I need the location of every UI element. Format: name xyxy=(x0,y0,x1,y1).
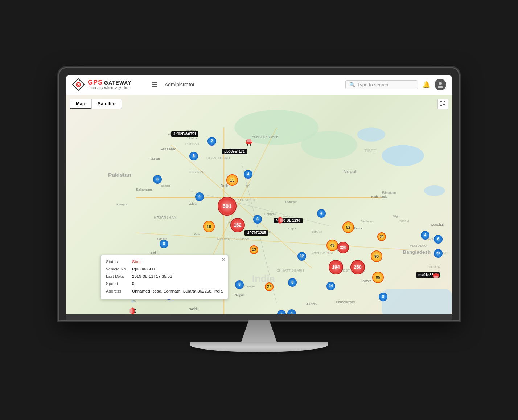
svg-text:Kathmandu: Kathmandu xyxy=(371,195,388,198)
svg-rect-87 xyxy=(280,218,283,222)
cluster-c12[interactable]: 13 xyxy=(250,245,258,254)
svg-text:Pakistan: Pakistan xyxy=(108,171,131,178)
cluster-c26[interactable]: 8 xyxy=(379,293,387,301)
svg-text:Khairpur: Khairpur xyxy=(116,203,127,206)
cluster-c28[interactable]: 27 xyxy=(265,282,274,291)
svg-text:बरेली: बरेली xyxy=(245,184,250,187)
svg-point-82 xyxy=(247,144,248,146)
menu-icon[interactable]: ☰ xyxy=(152,81,157,89)
cluster-c17[interactable]: 329 xyxy=(337,242,349,253)
svg-line-17 xyxy=(136,233,417,250)
status-label: Status xyxy=(106,259,132,265)
svg-text:Bangladesh: Bangladesh xyxy=(403,249,431,255)
car-marker-4[interactable] xyxy=(128,307,139,314)
car-marker-2[interactable] xyxy=(274,216,285,224)
cluster-c14[interactable]: 43 xyxy=(326,240,338,251)
map-tab[interactable]: Map xyxy=(70,99,91,109)
svg-text:Darbhanga: Darbhanga xyxy=(361,220,373,223)
cluster-c8[interactable]: 162 xyxy=(230,218,245,232)
svg-text:Jaunpur: Jaunpur xyxy=(287,227,296,230)
cluster-c18[interactable]: 90 xyxy=(371,250,382,262)
cluster-c6[interactable]: 4 xyxy=(244,170,252,179)
svg-text:Lucknow: Lucknow xyxy=(263,212,276,216)
cluster-c4[interactable]: 4 xyxy=(195,192,204,201)
logo-gps: GPS xyxy=(88,79,103,86)
svg-text:JHARKHAND: JHARKHAND xyxy=(312,250,333,254)
tooltip-close-button[interactable]: × xyxy=(222,257,225,262)
search-box[interactable]: 🔍 Type to search xyxy=(345,80,418,89)
cluster-c21[interactable]: 34 xyxy=(377,232,386,241)
cluster-c36[interactable]: 4 xyxy=(421,231,429,240)
logo-area: 📍 GPS GATEWAY Track Any Where Any Time xyxy=(72,78,152,91)
svg-text:TIBET: TIBET xyxy=(364,148,376,152)
cluster-c35[interactable]: 21 xyxy=(434,249,443,258)
svg-rect-81 xyxy=(247,139,251,142)
cluster-c9[interactable]: 6 xyxy=(253,215,262,224)
vehicle-label: Vehicle No xyxy=(106,266,132,272)
svg-text:ACHAL PRADESH: ACHAL PRADESH xyxy=(252,135,279,139)
svg-text:Bikaner: Bikaner xyxy=(161,184,170,187)
tooltip-vehicle-row: Vehicle No Rj03ua3560 xyxy=(106,266,223,272)
car-marker-1[interactable] xyxy=(245,138,252,148)
svg-text:Guwahati: Guwahati xyxy=(431,223,444,227)
fullscreen-button[interactable] xyxy=(437,99,448,109)
svg-text:HARYANA: HARYANA xyxy=(189,170,206,174)
vehicle-label-lbl2[interactable]: pb08ea4171 xyxy=(222,149,247,154)
svg-rect-84 xyxy=(246,142,247,143)
cluster-c11[interactable]: 10 xyxy=(203,221,215,232)
cluster-c2[interactable]: 5 xyxy=(189,152,198,160)
svg-text:Badin: Badin xyxy=(150,251,158,254)
svg-text:Lakhimpur: Lakhimpur xyxy=(285,201,297,204)
tooltip-lastdata-row: Last Data 2019-08-11T17:35:53 xyxy=(106,273,223,280)
svg-point-6 xyxy=(438,86,443,88)
svg-text:CHANDIGARH: CHANDIGARH xyxy=(206,156,230,160)
cluster-c25[interactable]: 8 xyxy=(288,278,297,287)
speed-label: Speed xyxy=(106,281,132,287)
svg-point-9 xyxy=(424,185,445,196)
lastdata-label: Last Data xyxy=(106,273,132,280)
cluster-c13[interactable]: 8 xyxy=(160,240,168,248)
car-marker-3[interactable] xyxy=(432,269,440,280)
cluster-c22[interactable]: 95 xyxy=(372,272,384,283)
svg-point-5 xyxy=(439,82,442,85)
search-placeholder: Type to search xyxy=(357,82,388,87)
svg-point-79 xyxy=(131,300,134,303)
svg-text:TRIPURA: TRIPURA xyxy=(427,265,440,269)
svg-text:Bahawalpur: Bahawalpur xyxy=(136,188,153,191)
cluster-c3[interactable]: 8 xyxy=(153,175,162,184)
svg-text:Bhutan: Bhutan xyxy=(382,190,396,195)
svg-line-15 xyxy=(171,145,312,268)
vehicle-label-lbl1[interactable]: JK02BW0751 xyxy=(171,131,198,137)
status-value: Stop xyxy=(132,259,141,265)
cluster-c16[interactable]: 52 xyxy=(342,221,354,233)
svg-rect-97 xyxy=(433,274,434,276)
svg-point-8 xyxy=(357,127,385,142)
cluster-c20[interactable]: 250 xyxy=(350,260,365,274)
header-right: 🔍 Type to search 🔔 xyxy=(345,79,446,90)
cluster-c23[interactable]: 14 xyxy=(326,282,335,290)
svg-text:Nashik: Nashik xyxy=(189,307,199,311)
cluster-c15[interactable]: 12 xyxy=(297,252,306,261)
monitor-bottom-bar xyxy=(66,314,452,320)
svg-text:India: India xyxy=(252,273,275,284)
cluster-c1[interactable]: 2 xyxy=(207,137,216,146)
bell-icon[interactable]: 🔔 xyxy=(422,81,430,89)
svg-point-83 xyxy=(250,144,251,146)
satellite-tab[interactable]: Satellite xyxy=(91,99,122,109)
user-avatar[interactable] xyxy=(435,79,446,90)
cluster-c19[interactable]: 194 xyxy=(329,260,343,274)
cluster-c10[interactable]: 4 xyxy=(317,209,326,218)
svg-text:Jodhpur: Jodhpur xyxy=(157,215,167,218)
svg-text:Kolkata: Kolkata xyxy=(361,279,371,282)
cluster-c29[interactable]: 8 xyxy=(235,280,244,289)
svg-text:Siliguri: Siliguri xyxy=(393,215,400,217)
svg-text:PUNJAB: PUNJAB xyxy=(185,142,199,146)
logo-tagline: Track Any Where Any Time xyxy=(88,86,131,90)
cluster-c37[interactable]: 6 xyxy=(434,235,443,244)
cluster-c7[interactable]: 501 xyxy=(218,197,237,216)
vehicle-label-lbl4[interactable]: UP79T3285 xyxy=(244,230,268,236)
tooltip-speed-row: Speed 0 xyxy=(106,281,223,287)
cluster-c5[interactable]: 15 xyxy=(226,174,238,186)
svg-rect-96 xyxy=(438,274,439,276)
svg-text:Nagpur: Nagpur xyxy=(234,293,245,297)
